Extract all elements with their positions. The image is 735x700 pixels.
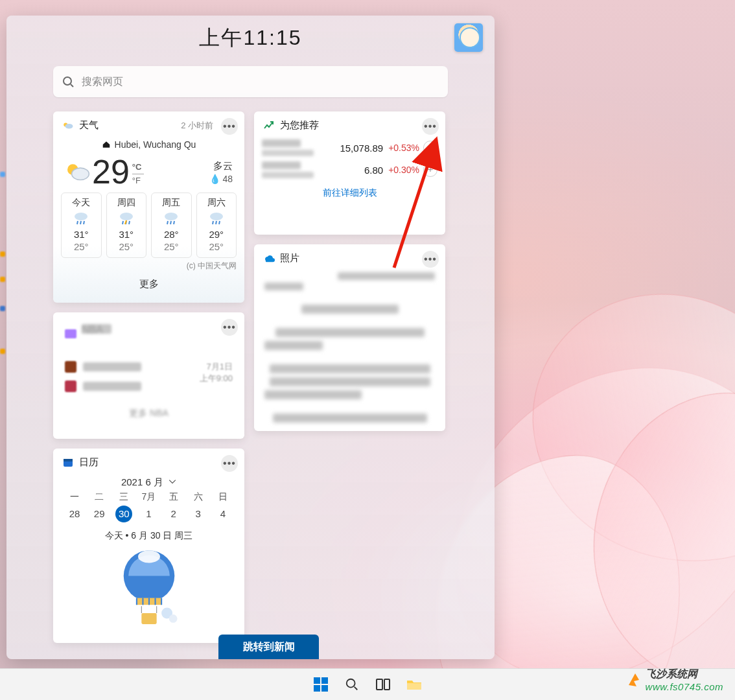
nba-icon xyxy=(65,329,76,338)
weather-humidity: 48 xyxy=(222,174,233,184)
partly-cloudy-icon xyxy=(62,159,92,185)
svg-point-10 xyxy=(120,213,133,220)
svg-line-20 xyxy=(213,221,213,224)
calendar-more-button[interactable]: ••• xyxy=(221,455,238,472)
photos-title: 照片 xyxy=(280,252,299,264)
onedrive-icon xyxy=(263,253,275,264)
svg-point-0 xyxy=(64,77,71,85)
svg-point-15 xyxy=(165,213,178,220)
calendar-today-label: 今天 • 6 月 30 日 周三 xyxy=(53,530,244,542)
forecast-day[interactable]: 周四 31° 25° xyxy=(106,192,147,258)
start-button[interactable] xyxy=(312,675,330,694)
recommend-card[interactable]: 为您推荐 ••• 15,078.89 +0.53% + 6.80 +0.30% … xyxy=(254,111,445,235)
sports-footer[interactable]: 更多 NBA xyxy=(65,408,233,419)
trend-icon xyxy=(263,120,275,132)
add-stock-button[interactable]: + xyxy=(423,141,438,155)
unit-c[interactable]: °C xyxy=(132,162,144,172)
svg-point-26 xyxy=(138,550,160,563)
profile-avatar[interactable] xyxy=(454,23,483,52)
weather-more-link[interactable]: 更多 xyxy=(53,272,244,297)
forecast-day[interactable]: 周六 29° 25° xyxy=(196,192,237,258)
svg-line-13 xyxy=(129,221,130,224)
chevron-down-icon xyxy=(169,478,176,485)
calendar-day[interactable]: 4 xyxy=(211,506,235,522)
jump-to-news-button[interactable]: 跳转到新闻 xyxy=(218,635,319,659)
photos-more-button[interactable]: ••• xyxy=(422,251,439,268)
calendar-card[interactable]: 日历 ••• 2021 6 月 一二三7月五六日 2829301234 今天 •… xyxy=(53,449,244,643)
calendar-icon xyxy=(62,457,74,469)
taskbar xyxy=(0,668,735,700)
calendar-day[interactable]: 1 xyxy=(136,506,161,522)
svg-point-32 xyxy=(169,614,177,623)
recommend-more-button[interactable]: ••• xyxy=(422,118,439,135)
weather-location: Hubei, Wuchang Qu xyxy=(53,139,244,150)
weather-updated: 2 小时前 xyxy=(181,120,213,132)
search-icon xyxy=(62,76,74,88)
svg-point-3 xyxy=(65,124,73,129)
svg-rect-24 xyxy=(64,459,73,461)
rain-icon xyxy=(118,211,135,225)
weather-attribution: (c) 中国天气网 xyxy=(53,258,244,272)
task-view-button[interactable] xyxy=(374,675,392,694)
clock: 上午11:15 xyxy=(199,24,301,52)
add-stock-button[interactable]: + xyxy=(423,163,438,177)
rain-icon xyxy=(73,211,89,225)
watermark: 飞沙系统网www.fs0745.com xyxy=(626,668,723,692)
svg-line-35 xyxy=(355,687,358,690)
weather-temp: 29 xyxy=(92,152,130,191)
svg-line-18 xyxy=(174,221,174,224)
recommend-title: 为您推荐 xyxy=(280,119,319,132)
sports-title: NBA xyxy=(82,324,111,334)
svg-point-19 xyxy=(210,213,223,220)
svg-line-22 xyxy=(219,221,220,224)
weather-icon xyxy=(62,120,74,132)
svg-line-7 xyxy=(77,221,78,224)
svg-line-21 xyxy=(216,221,216,224)
rain-icon xyxy=(208,211,225,225)
svg-point-34 xyxy=(347,679,355,688)
svg-line-16 xyxy=(167,221,168,224)
forecast-day[interactable]: 周五 28° 25° xyxy=(151,192,192,258)
forecast-day[interactable]: 今天 31° 25° xyxy=(61,192,102,258)
weather-card[interactable]: 天气 2 小时前 ••• Hubei, Wuchang Qu 29 °C xyxy=(53,111,244,303)
calendar-day[interactable]: 29 xyxy=(87,506,111,522)
weather-more-button[interactable]: ••• xyxy=(221,118,238,135)
calendar-day[interactable]: 28 xyxy=(62,506,87,522)
explorer-button[interactable] xyxy=(405,675,423,694)
stock-row[interactable]: 15,078.89 +0.53% + xyxy=(254,135,445,158)
svg-line-11 xyxy=(122,221,123,224)
sports-card[interactable]: ••• NBA 7月1日上午9:00 更多 NBA xyxy=(53,312,244,439)
calendar-day[interactable]: 3 xyxy=(186,506,211,522)
svg-line-1 xyxy=(71,84,73,87)
calendar-day[interactable]: 30 xyxy=(111,506,136,522)
svg-point-6 xyxy=(75,213,88,220)
weather-title: 天气 xyxy=(79,119,99,132)
search-placeholder: 搜索网页 xyxy=(82,75,123,89)
recommend-link[interactable]: 前往详细列表 xyxy=(254,180,445,208)
stock-row[interactable]: 6.80 +0.30% + xyxy=(254,158,445,180)
taskbar-search-button[interactable] xyxy=(343,675,361,694)
sports-more-button[interactable]: ••• xyxy=(221,319,238,336)
svg-line-8 xyxy=(80,221,81,224)
widgets-board: 上午11:15 搜索网页 天气 2 小时前 ••• Hubei, Wuch xyxy=(6,16,495,659)
svg-point-5 xyxy=(72,168,89,180)
home-icon xyxy=(102,140,111,149)
calendar-title: 日历 xyxy=(79,456,99,469)
unit-f[interactable]: °F xyxy=(132,176,144,186)
svg-rect-38 xyxy=(407,683,421,690)
search-input[interactable]: 搜索网页 xyxy=(53,66,448,97)
svg-line-17 xyxy=(170,221,171,224)
svg-rect-36 xyxy=(377,679,382,690)
balloon-illustration xyxy=(113,547,185,636)
calendar-day[interactable]: 2 xyxy=(161,506,186,522)
photos-card[interactable]: 照片 ••• xyxy=(254,244,445,431)
rain-icon xyxy=(163,211,180,225)
svg-rect-37 xyxy=(384,679,390,690)
weather-condition: 多云 xyxy=(209,160,233,172)
svg-rect-28 xyxy=(141,613,156,624)
calendar-month-picker[interactable]: 2021 6 月 xyxy=(53,472,244,491)
svg-line-9 xyxy=(84,221,84,224)
